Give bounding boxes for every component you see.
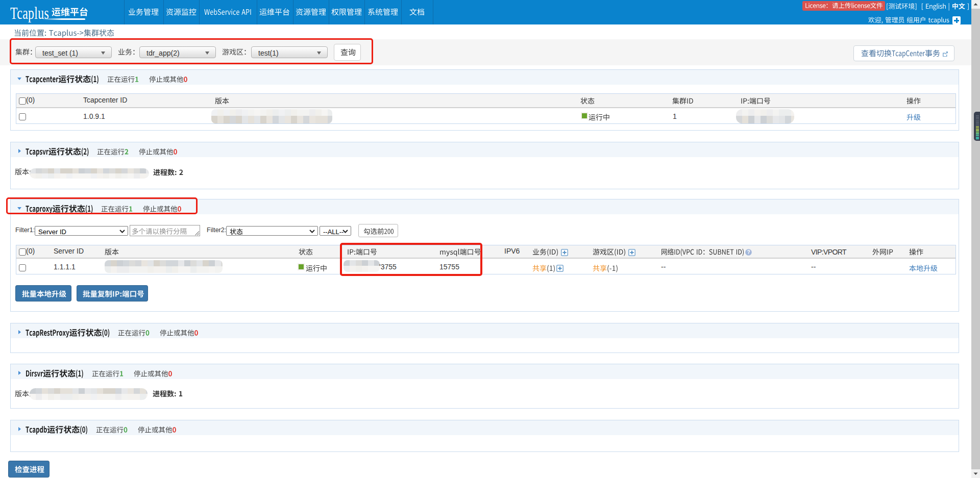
svg-text:?: ?	[747, 249, 750, 255]
